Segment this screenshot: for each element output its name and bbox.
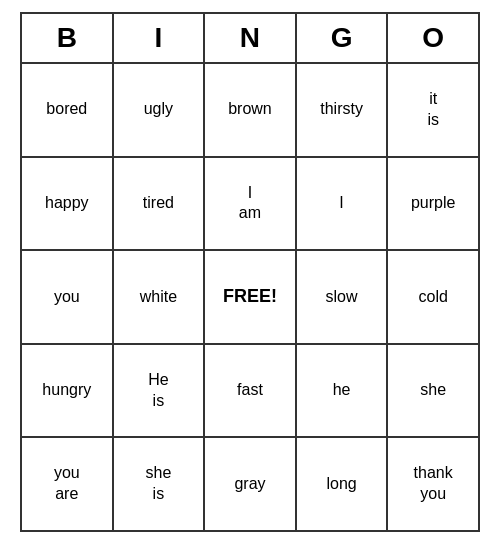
bingo-row-2: youwhiteFREE!slowcold xyxy=(22,251,478,345)
cell-0-3: thirsty xyxy=(297,64,389,156)
cell-0-2: brown xyxy=(205,64,297,156)
cell-3-2: fast xyxy=(205,345,297,437)
cell-4-3: long xyxy=(297,438,389,530)
bingo-header: BINGO xyxy=(22,14,478,64)
bingo-row-1: happytiredI amIpurple xyxy=(22,158,478,252)
cell-4-2: gray xyxy=(205,438,297,530)
header-cell-O: O xyxy=(388,14,478,62)
cell-2-3: slow xyxy=(297,251,389,343)
cell-3-3: he xyxy=(297,345,389,437)
cell-1-1: tired xyxy=(114,158,206,250)
cell-2-2: FREE! xyxy=(205,251,297,343)
cell-0-1: ugly xyxy=(114,64,206,156)
cell-2-4: cold xyxy=(388,251,478,343)
bingo-row-3: hungryHe isfastheshe xyxy=(22,345,478,439)
cell-0-0: bored xyxy=(22,64,114,156)
cell-1-4: purple xyxy=(388,158,478,250)
cell-0-4: it is xyxy=(388,64,478,156)
cell-2-1: white xyxy=(114,251,206,343)
header-cell-B: B xyxy=(22,14,114,62)
cell-1-2: I am xyxy=(205,158,297,250)
header-cell-G: G xyxy=(297,14,389,62)
cell-4-4: thank you xyxy=(388,438,478,530)
bingo-body: boreduglybrownthirstyit ishappytiredI am… xyxy=(22,64,478,530)
cell-4-0: you are xyxy=(22,438,114,530)
bingo-row-0: boreduglybrownthirstyit is xyxy=(22,64,478,158)
header-cell-N: N xyxy=(205,14,297,62)
cell-3-1: He is xyxy=(114,345,206,437)
bingo-row-4: you areshe isgraylongthank you xyxy=(22,438,478,530)
header-cell-I: I xyxy=(114,14,206,62)
cell-1-3: I xyxy=(297,158,389,250)
bingo-card: BINGO boreduglybrownthirstyit ishappytir… xyxy=(20,12,480,532)
cell-4-1: she is xyxy=(114,438,206,530)
cell-3-4: she xyxy=(388,345,478,437)
cell-2-0: you xyxy=(22,251,114,343)
cell-3-0: hungry xyxy=(22,345,114,437)
cell-1-0: happy xyxy=(22,158,114,250)
